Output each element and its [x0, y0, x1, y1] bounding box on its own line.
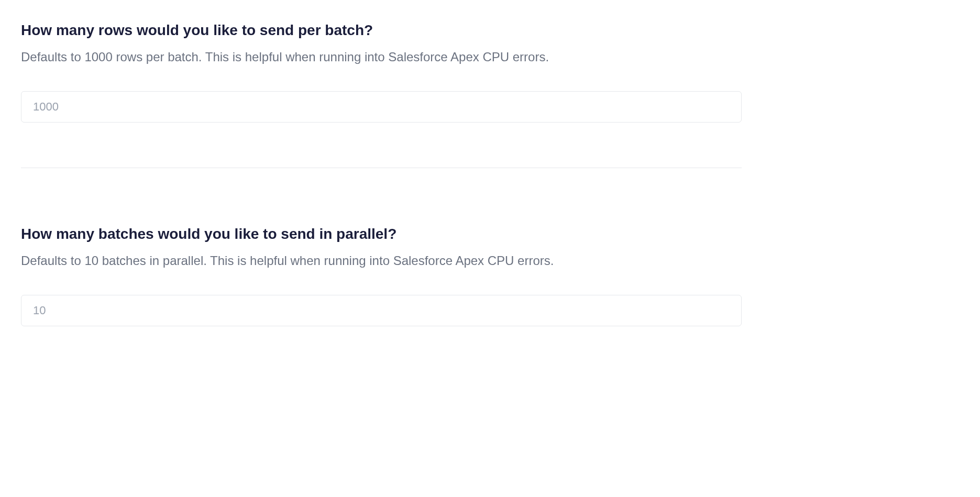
rows-per-batch-input[interactable] [21, 91, 742, 123]
parallel-batches-description: Defaults to 10 batches in parallel. This… [21, 252, 959, 270]
rows-per-batch-heading: How many rows would you like to send per… [21, 21, 959, 40]
parallel-batches-section: How many batches would you like to send … [21, 225, 959, 326]
parallel-batches-input[interactable] [21, 295, 742, 326]
parallel-batches-heading: How many batches would you like to send … [21, 225, 959, 244]
rows-per-batch-description: Defaults to 1000 rows per batch. This is… [21, 48, 959, 66]
rows-per-batch-section: How many rows would you like to send per… [21, 21, 959, 123]
section-divider [21, 168, 742, 168]
